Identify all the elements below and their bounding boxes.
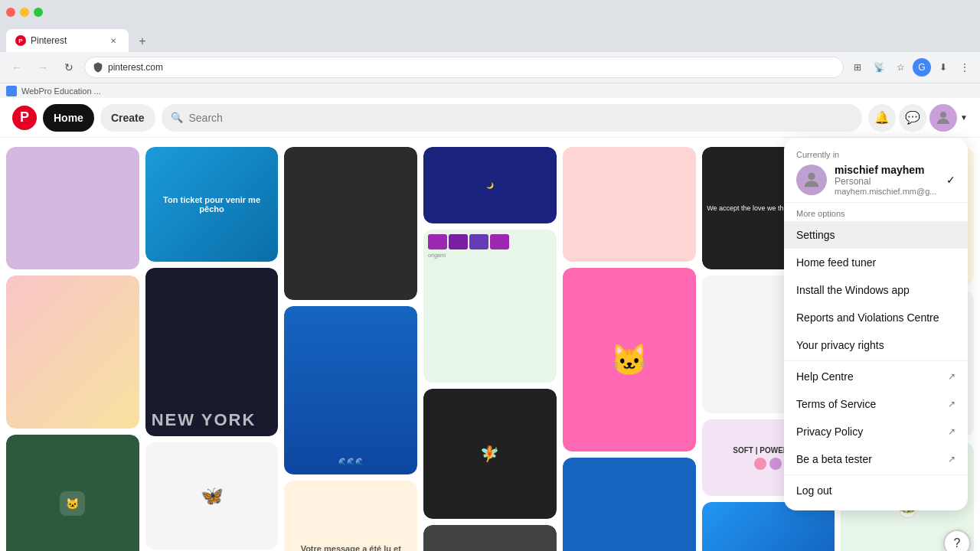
pinterest-logo[interactable]: P	[12, 106, 37, 130]
menu-icon[interactable]: ⋮	[956, 58, 974, 77]
menu-divider-2	[784, 474, 968, 475]
pin-card[interactable]	[6, 147, 139, 269]
close-btn[interactable]	[6, 8, 15, 17]
dropdown-user-section: Currently in mischief mayhem Personal ma…	[784, 144, 968, 203]
install-app-menu-item[interactable]: Install the Windows app	[784, 276, 968, 304]
address-bar: ← → ↻ pinterest.com ⊞ 📡 ☆ G ⬇ ⋮	[0, 52, 980, 83]
external-link-icon: ↗	[948, 399, 956, 409]
help-centre-label: Help Centre	[796, 370, 854, 383]
user-email: mayhem.mischief.mm@g...	[835, 187, 939, 196]
tab-favicon: P	[15, 35, 26, 46]
downloads-icon[interactable]: ⬇	[934, 58, 952, 77]
title-bar	[0, 0, 980, 24]
pin-card[interactable]	[284, 147, 417, 300]
privacy-policy-menu-item[interactable]: Privacy Policy ↗	[784, 418, 968, 445]
tab-close-btn[interactable]: ✕	[107, 34, 119, 47]
webpro-text: WebPro Education ...	[21, 86, 101, 96]
beta-tester-label: Be a beta tester	[796, 453, 872, 465]
new-tab-btn[interactable]: +	[132, 31, 153, 52]
home-feed-tuner-label: Home feed tuner	[796, 256, 876, 269]
search-bar[interactable]: 🔍 Search	[162, 104, 863, 132]
pin-card[interactable]	[6, 276, 139, 429]
settings-menu-item[interactable]: Settings	[784, 221, 968, 249]
external-link-icon: ↗	[948, 454, 956, 465]
pin-card[interactable]: 🐱	[563, 268, 696, 452]
user-menu-chevron[interactable]: ▼	[960, 113, 968, 122]
pin-card[interactable]	[563, 458, 696, 551]
webpro-bar: WebPro Education ...	[0, 83, 980, 98]
webpro-icon	[6, 86, 17, 96]
tab-bar: P Pinterest ✕ +	[0, 24, 980, 52]
pinterest-app: P Home Create 🔍 Search 🔔 💬 ▼	[0, 98, 980, 551]
user-type: Personal	[835, 176, 939, 187]
pin-card[interactable]: 🦋	[145, 442, 279, 549]
user-avatar-dropdown	[796, 165, 827, 195]
svg-point-0	[940, 112, 946, 118]
reports-violations-menu-item[interactable]: Reports and Violations Centre	[784, 304, 968, 331]
beta-tester-menu-item[interactable]: Be a beta tester ↗	[784, 445, 968, 473]
pin-card[interactable]: Eye dress is SO underrated	[423, 525, 557, 551]
logout-menu-item[interactable]: Log out	[784, 477, 968, 504]
home-nav-btn[interactable]: Home	[43, 104, 94, 132]
pin-card[interactable]: 🌙	[423, 147, 557, 223]
logout-label: Log out	[796, 484, 832, 497]
pin-card[interactable]: origami	[423, 230, 557, 383]
terms-service-menu-item[interactable]: Terms of Service ↗	[784, 390, 968, 418]
external-link-icon: ↗	[948, 371, 956, 382]
top-nav: P Home Create 🔍 Search 🔔 💬 ▼	[0, 98, 980, 138]
user-dropdown-menu: Currently in mischief mayhem Personal ma…	[784, 138, 968, 510]
search-placeholder: Search	[189, 112, 223, 124]
currently-in-label: Currently in	[796, 150, 956, 159]
notifications-btn[interactable]: 🔔	[868, 104, 896, 132]
user-details: mischief mayhem Personal mayhem.mischief…	[835, 164, 939, 196]
pin-card[interactable]: NEW YORK	[145, 268, 279, 436]
nav-icons: 🔔 💬 ▼	[868, 104, 968, 132]
external-link-icon: ↗	[948, 426, 956, 437]
forward-btn[interactable]: →	[32, 57, 54, 78]
pin-card[interactable]: 🌊🌊🌊	[284, 306, 417, 474]
install-app-label: Install the Windows app	[796, 284, 910, 296]
privacy-rights-label: Your privacy rights	[796, 339, 884, 351]
pin-card[interactable]	[563, 147, 696, 262]
minimize-btn[interactable]	[20, 8, 29, 17]
url-bar[interactable]: pinterest.com	[84, 57, 844, 78]
user-avatar-btn[interactable]	[929, 104, 957, 132]
menu-divider	[784, 360, 968, 361]
dropdown-check-icon: ✓	[946, 174, 956, 186]
settings-label: Settings	[796, 229, 835, 241]
profile-icon[interactable]: G	[913, 58, 931, 77]
pin-card[interactable]: Votre message a été lu et ignoré avec su…	[284, 481, 417, 551]
privacy-policy-label: Privacy Policy	[796, 425, 863, 438]
privacy-rights-menu-item[interactable]: Your privacy rights	[784, 331, 968, 359]
pin-card[interactable]: 🧚	[423, 389, 557, 519]
maximize-btn[interactable]	[34, 8, 43, 17]
search-icon: 🔍	[171, 112, 183, 123]
user-name: mischief mayhem	[835, 164, 939, 176]
bookmark-icon[interactable]: ☆	[891, 58, 910, 77]
help-centre-menu-item[interactable]: Help Centre ↗	[784, 363, 968, 390]
more-options-label: More options	[784, 203, 968, 221]
help-button[interactable]: ?	[943, 530, 971, 551]
pin-card[interactable]: Ton ticket pour venir me pêcho	[145, 147, 279, 262]
browser-chrome: P Pinterest ✕ + ← → ↻ pinterest.com ⊞ 📡 …	[0, 0, 980, 98]
back-btn[interactable]: ←	[6, 57, 28, 78]
address-actions: ⊞ 📡 ☆ G ⬇ ⋮	[848, 58, 974, 77]
reload-btn[interactable]: ↻	[58, 57, 80, 78]
home-feed-tuner-menu-item[interactable]: Home feed tuner	[784, 249, 968, 276]
messages-btn[interactable]: 💬	[899, 104, 926, 132]
svg-point-1	[808, 173, 815, 180]
reports-violations-label: Reports and Violations Centre	[796, 311, 939, 324]
title-bar-controls	[6, 8, 43, 17]
url-text: pinterest.com	[108, 62, 835, 73]
tab-pinterest[interactable]: P Pinterest ✕	[6, 29, 129, 52]
extensions-icon[interactable]: ⊞	[848, 58, 867, 77]
secure-icon	[93, 62, 103, 73]
pin-card[interactable]: 🐱	[6, 435, 139, 551]
terms-service-label: Terms of Service	[796, 398, 876, 410]
user-info: mischief mayhem Personal mayhem.mischief…	[796, 164, 956, 196]
tab-title: Pinterest	[31, 35, 103, 46]
create-nav-btn[interactable]: Create	[100, 104, 155, 132]
cast-icon[interactable]: 📡	[870, 58, 888, 77]
